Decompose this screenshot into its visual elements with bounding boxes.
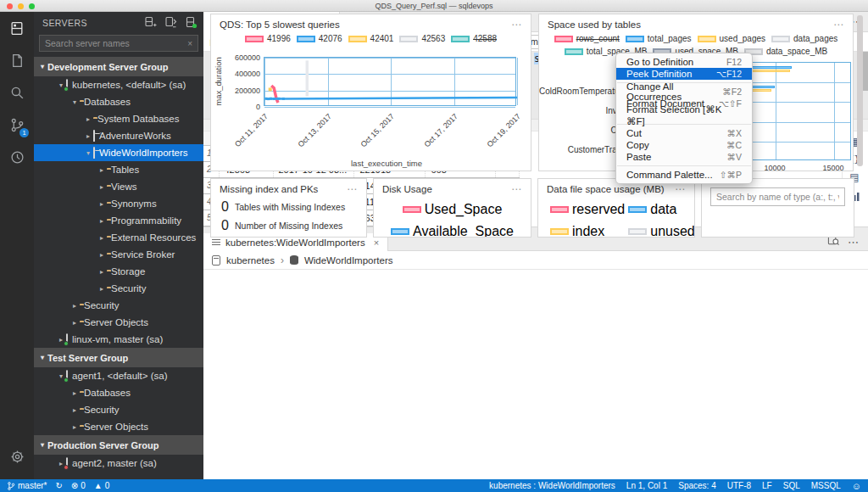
- twistie-icon[interactable]: ▸: [97, 166, 107, 174]
- space-panel-more-icon[interactable]: ⋯: [833, 19, 844, 31]
- zoom-window-button[interactable]: [29, 3, 35, 9]
- legend-item-41996[interactable]: 41996: [245, 34, 291, 43]
- tree-item-linux-vm-master-sa[interactable]: ▸linux-vm, master (sa): [34, 331, 203, 348]
- tree-item-system-databases[interactable]: ▸System Databases: [34, 110, 203, 127]
- twistie-icon[interactable]: ▸: [70, 423, 80, 431]
- feedback-smiley-icon[interactable]: ☺: [852, 481, 861, 491]
- menu-item-paste[interactable]: Paste⌘V: [616, 151, 752, 163]
- tree-item-agent1-default-sa[interactable]: ▾agent1, <default> (sa): [34, 367, 203, 384]
- breadcrumb-server[interactable]: kubernetes: [226, 255, 275, 266]
- close-dashboard-tab-icon[interactable]: ×: [374, 238, 379, 248]
- sync-item[interactable]: ↻: [55, 481, 62, 490]
- status-item[interactable]: LF: [762, 481, 772, 490]
- explorer-icon[interactable]: [0, 44, 34, 76]
- tree-item-security[interactable]: ▸Security: [34, 280, 203, 297]
- source-control-icon[interactable]: 1: [0, 109, 34, 141]
- twistie-icon[interactable]: ▸: [70, 406, 80, 414]
- legend-item-42076[interactable]: 42076: [297, 34, 342, 43]
- menu-item-cut[interactable]: Cut⌘X: [616, 127, 752, 139]
- tree-item-security[interactable]: ▸Security: [34, 401, 203, 418]
- tree-item-test-server-group[interactable]: ▾Test Server Group: [34, 348, 203, 367]
- twistie-icon[interactable]: ▸: [97, 268, 107, 276]
- search-icon[interactable]: [0, 76, 34, 109]
- menu-item-change-all-occurrences[interactable]: Change All Occurrences⌘F2: [616, 86, 752, 98]
- legend-item-42401[interactable]: 42401: [348, 34, 394, 43]
- tree-item-tables[interactable]: ▸Tables: [34, 161, 203, 178]
- twistie-icon[interactable]: ▸: [70, 319, 80, 327]
- legend-item-data_space_MB[interactable]: data_space_MB: [744, 47, 827, 56]
- missing-index-more-icon[interactable]: ⋯: [347, 183, 358, 195]
- twistie-icon[interactable]: ▸: [83, 132, 93, 140]
- twistie-icon[interactable]: ▾: [70, 98, 80, 106]
- menu-item-copy[interactable]: Copy⌘C: [616, 139, 752, 151]
- menu-item-command-palette[interactable]: Command Palette...⇧⌘P: [616, 169, 752, 181]
- tree-item-development-server-group[interactable]: ▾Development Server Group: [34, 57, 203, 76]
- legend-item-data[interactable]: data: [628, 202, 695, 217]
- twistie-icon[interactable]: ▸: [70, 389, 80, 397]
- new-connection-icon[interactable]: [144, 16, 158, 30]
- legend-item-42563[interactable]: 42563: [399, 34, 445, 43]
- breadcrumb-database[interactable]: WideWorldImporters: [304, 255, 393, 266]
- twistie-icon[interactable]: ▾: [83, 149, 93, 157]
- close-window-button[interactable]: [7, 3, 13, 9]
- tree-item-server-objects[interactable]: ▸Server Objects: [34, 314, 203, 331]
- server-search-box[interactable]: ×: [39, 35, 198, 52]
- tree-item-databases[interactable]: ▾Databases: [34, 93, 203, 110]
- legend-item-Used_Space[interactable]: Used_Space: [403, 202, 503, 217]
- twistie-icon[interactable]: ▾: [37, 441, 47, 449]
- legend-item-total_pages[interactable]: total_pages: [626, 34, 692, 43]
- status-item[interactable]: Spaces: 4: [678, 481, 715, 490]
- status-item[interactable]: SQL: [783, 481, 800, 490]
- tree-item-programmability[interactable]: ▸Programmability: [34, 212, 203, 229]
- tree-item-storage[interactable]: ▸Storage: [34, 263, 203, 280]
- clear-search-icon[interactable]: ×: [187, 39, 192, 48]
- task-history-icon[interactable]: [0, 141, 34, 173]
- twistie-icon[interactable]: ▾: [37, 63, 47, 70]
- legend-item-reserved[interactable]: reserved: [550, 202, 625, 217]
- menu-item-format-selection-k-f[interactable]: Format Selection [⌘K ⌘F]: [616, 109, 752, 121]
- twistie-icon[interactable]: ▸: [97, 183, 107, 191]
- warnings-item[interactable]: ▲0: [94, 481, 109, 490]
- tree-item-wideworldimporters[interactable]: ▾WideWorldImporters: [34, 144, 203, 161]
- servers-icon[interactable]: [0, 12, 34, 44]
- tree-item-security[interactable]: ▸Security: [34, 297, 203, 314]
- datafile-more-icon[interactable]: ⋯: [675, 183, 686, 195]
- twistie-icon[interactable]: ▸: [97, 285, 107, 293]
- twistie-icon[interactable]: ▸: [97, 251, 107, 259]
- git-branch-item[interactable]: master*: [7, 481, 47, 490]
- tree-item-external-resources[interactable]: ▸External Resources: [34, 229, 203, 246]
- twistie-icon[interactable]: ▸: [97, 234, 107, 242]
- status-item[interactable]: kubernetes : WideWorldImporters: [489, 481, 615, 490]
- legend-item-data_pages[interactable]: data_pages: [771, 34, 837, 43]
- qds-panel-more-icon[interactable]: ⋯: [511, 19, 522, 31]
- object-search-input[interactable]: [710, 187, 845, 206]
- settings-gear-icon[interactable]: [0, 440, 34, 472]
- tree-item-synonyms[interactable]: ▸Synonyms: [34, 195, 203, 212]
- minimize-window-button[interactable]: [18, 3, 24, 9]
- tree-item-service-broker[interactable]: ▸Service Broker: [34, 246, 203, 263]
- twistie-icon[interactable]: ▸: [97, 217, 107, 225]
- menu-item-go-to-definition[interactable]: Go to DefinitionF12: [616, 56, 752, 68]
- twistie-icon[interactable]: ▾: [37, 354, 47, 361]
- twistie-icon[interactable]: ▸: [83, 115, 93, 123]
- legend-item-rows_count[interactable]: rows_count: [554, 34, 620, 43]
- new-server-group-icon[interactable]: [164, 16, 178, 30]
- active-connections-icon[interactable]: [185, 16, 198, 30]
- tree-item-server-objects[interactable]: ▸Server Objects: [34, 418, 203, 435]
- legend-item-42588[interactable]: 42588: [451, 34, 497, 43]
- tree-item-adventureworks[interactable]: ▸AdventureWorks: [34, 127, 203, 144]
- twistie-icon[interactable]: ▸: [97, 200, 107, 208]
- server-search-input[interactable]: [45, 38, 187, 48]
- status-item[interactable]: UTF-8: [727, 481, 751, 490]
- tree-item-views[interactable]: ▸Views: [34, 178, 203, 195]
- tree-item-agent2-master-sa[interactable]: ▸agent2, master (sa): [34, 455, 203, 472]
- tree-item-production-server-group[interactable]: ▾Production Server Group: [34, 435, 203, 455]
- legend-item-used_pages[interactable]: used_pages: [698, 34, 766, 43]
- menu-item-peek-definition[interactable]: Peek Definition⌥F12: [616, 68, 752, 80]
- errors-item[interactable]: ⊗0: [71, 481, 86, 490]
- status-item[interactable]: Ln 1, Col 1: [626, 481, 667, 490]
- tree-item-databases[interactable]: ▸Databases: [34, 384, 203, 401]
- twistie-icon[interactable]: ▸: [70, 302, 80, 310]
- tree-item-kubernetes-default-sa[interactable]: ▾kubernetes, <default> (sa): [34, 76, 203, 93]
- status-item[interactable]: MSSQL: [811, 481, 841, 490]
